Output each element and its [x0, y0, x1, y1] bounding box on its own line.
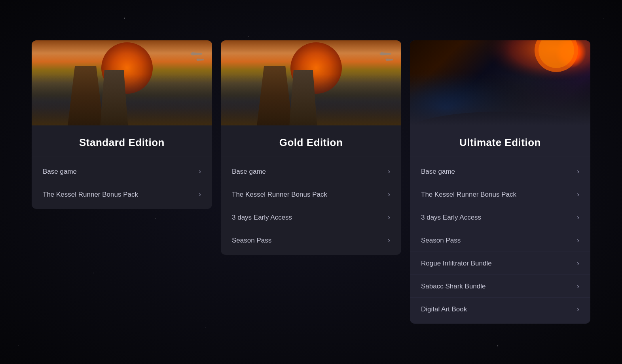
ultimate-artwork-svg: [410, 40, 590, 125]
edition-item-label: Digital Art Book: [421, 305, 467, 313]
edition-item-label: Rogue Infiltrator Bundle: [421, 260, 492, 267]
edition-item[interactable]: The Kessel Runner Bonus Pack›: [410, 183, 590, 206]
chevron-right-icon: ›: [388, 236, 390, 245]
edition-item[interactable]: Rogue Infiltrator Bundle›: [410, 252, 590, 275]
edition-item[interactable]: Base game›: [410, 160, 590, 183]
edition-artwork: [221, 40, 401, 125]
edition-title-area-standard: Standard Edition: [32, 125, 212, 157]
chevron-right-icon: ›: [577, 213, 579, 222]
edition-item[interactable]: Digital Art Book›: [410, 298, 590, 320]
edition-image-gold: [221, 40, 401, 125]
edition-item-label: Season Pass: [232, 237, 271, 245]
edition-title-standard: Standard Edition: [40, 136, 204, 149]
edition-item[interactable]: The Kessel Runner Bonus Pack›: [32, 183, 212, 206]
chevron-right-icon: ›: [577, 190, 579, 199]
edition-item-label: Season Pass: [421, 237, 461, 245]
edition-item[interactable]: Sabacc Shark Bundle›: [410, 275, 590, 298]
edition-item-label: Sabacc Shark Bundle: [421, 282, 486, 290]
svg-rect-5: [410, 40, 590, 125]
chevron-right-icon: ›: [388, 167, 390, 176]
edition-title-ultimate: Ultimate Edition: [418, 136, 582, 149]
edition-item-label: The Kessel Runner Bonus Pack: [421, 191, 516, 199]
chevron-right-icon: ›: [577, 259, 579, 267]
edition-item[interactable]: Season Pass›: [221, 229, 401, 252]
chevron-right-icon: ›: [577, 236, 579, 245]
chevron-right-icon: ›: [199, 190, 201, 199]
chevron-right-icon: ›: [388, 213, 390, 222]
edition-items-ultimate: Base game›The Kessel Runner Bonus Pack›3…: [410, 157, 590, 324]
edition-item[interactable]: Base game›: [221, 160, 401, 183]
edition-title-area-gold: Gold Edition: [221, 125, 401, 157]
chevron-right-icon: ›: [388, 190, 390, 199]
edition-item-label: Base game: [232, 168, 266, 176]
editions-container: Standard EditionBase game›The Kessel Run…: [24, 32, 598, 332]
edition-card-gold: Gold EditionBase game›The Kessel Runner …: [221, 40, 401, 255]
edition-item-label: 3 days Early Access: [232, 214, 292, 222]
chevron-right-icon: ›: [199, 167, 201, 176]
chevron-right-icon: ›: [577, 282, 579, 290]
edition-item-label: The Kessel Runner Bonus Pack: [232, 191, 327, 199]
edition-item-label: 3 days Early Access: [421, 214, 481, 222]
edition-title-gold: Gold Edition: [229, 136, 393, 149]
edition-items-standard: Base game›The Kessel Runner Bonus Pack›: [32, 157, 212, 209]
edition-item-label: Base game: [421, 168, 455, 176]
edition-artwork: [410, 40, 590, 125]
edition-item[interactable]: 3 days Early Access›: [221, 206, 401, 229]
edition-title-area-ultimate: Ultimate Edition: [410, 125, 590, 157]
edition-item[interactable]: Base game›: [32, 160, 212, 183]
edition-artwork: [32, 40, 212, 125]
edition-item-label: Base game: [43, 168, 77, 176]
edition-card-ultimate: Ultimate EditionBase game›The Kessel Run…: [410, 40, 590, 324]
chevron-right-icon: ›: [577, 167, 579, 176]
edition-item-label: The Kessel Runner Bonus Pack: [43, 191, 138, 199]
chevron-right-icon: ›: [577, 305, 579, 313]
edition-image-ultimate: [410, 40, 590, 125]
edition-card-standard: Standard EditionBase game›The Kessel Run…: [32, 40, 212, 209]
edition-items-gold: Base game›The Kessel Runner Bonus Pack›3…: [221, 157, 401, 255]
edition-item[interactable]: 3 days Early Access›: [410, 206, 590, 229]
edition-image-standard: [32, 40, 212, 125]
edition-item[interactable]: The Kessel Runner Bonus Pack›: [221, 183, 401, 206]
edition-item[interactable]: Season Pass›: [410, 229, 590, 252]
